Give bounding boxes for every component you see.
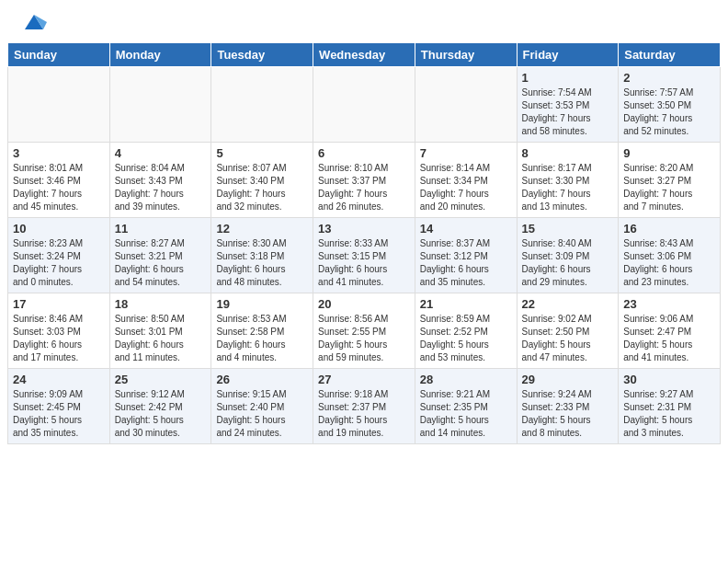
calendar-body: 1Sunrise: 7:54 AM Sunset: 3:53 PM Daylig…	[8, 67, 721, 444]
calendar-cell	[8, 67, 110, 143]
day-info: Sunrise: 7:57 AM Sunset: 3:50 PM Dayligh…	[623, 86, 715, 138]
week-row-5: 24Sunrise: 9:09 AM Sunset: 2:45 PM Dayli…	[8, 369, 721, 444]
day-info: Sunrise: 8:17 AM Sunset: 3:30 PM Dayligh…	[522, 162, 614, 213]
day-info: Sunrise: 9:15 AM Sunset: 2:40 PM Dayligh…	[216, 388, 308, 440]
day-info: Sunrise: 8:20 AM Sunset: 3:27 PM Dayligh…	[623, 162, 715, 213]
day-info: Sunrise: 7:54 AM Sunset: 3:53 PM Dayligh…	[522, 86, 614, 138]
calendar-cell: 21Sunrise: 8:59 AM Sunset: 2:52 PM Dayli…	[415, 293, 517, 369]
calendar-cell: 12Sunrise: 8:30 AM Sunset: 3:18 PM Dayli…	[211, 218, 313, 293]
logo	[18, 15, 47, 35]
calendar-cell: 3Sunrise: 8:01 AM Sunset: 3:46 PM Daylig…	[8, 143, 110, 218]
calendar-cell: 15Sunrise: 8:40 AM Sunset: 3:09 PM Dayli…	[517, 218, 619, 293]
day-info: Sunrise: 8:10 AM Sunset: 3:37 PM Dayligh…	[318, 162, 410, 213]
calendar-cell: 25Sunrise: 9:12 AM Sunset: 2:42 PM Dayli…	[109, 369, 211, 444]
day-info: Sunrise: 8:53 AM Sunset: 2:58 PM Dayligh…	[216, 313, 308, 364]
day-number: 3	[13, 146, 105, 160]
col-header-saturday: Saturday	[619, 43, 721, 67]
day-info: Sunrise: 9:24 AM Sunset: 2:33 PM Dayligh…	[522, 388, 614, 440]
calendar-cell: 24Sunrise: 9:09 AM Sunset: 2:45 PM Dayli…	[8, 369, 110, 444]
calendar-cell: 17Sunrise: 8:46 AM Sunset: 3:03 PM Dayli…	[8, 293, 110, 369]
day-info: Sunrise: 8:30 AM Sunset: 3:18 PM Dayligh…	[216, 237, 308, 289]
week-row-4: 17Sunrise: 8:46 AM Sunset: 3:03 PM Dayli…	[8, 293, 721, 369]
calendar-cell: 16Sunrise: 8:43 AM Sunset: 3:06 PM Dayli…	[619, 218, 721, 293]
day-number: 28	[420, 373, 512, 386]
day-number: 1	[522, 71, 614, 85]
day-info: Sunrise: 8:46 AM Sunset: 3:03 PM Dayligh…	[13, 313, 105, 364]
day-number: 15	[522, 222, 614, 236]
col-header-friday: Friday	[517, 43, 619, 67]
calendar-cell	[415, 67, 517, 143]
day-info: Sunrise: 8:33 AM Sunset: 3:15 PM Dayligh…	[318, 237, 410, 289]
day-info: Sunrise: 8:04 AM Sunset: 3:43 PM Dayligh…	[115, 162, 207, 213]
day-number: 19	[216, 297, 308, 311]
day-number: 17	[13, 297, 105, 311]
day-number: 12	[216, 222, 308, 236]
calendar-cell: 11Sunrise: 8:27 AM Sunset: 3:21 PM Dayli…	[109, 218, 211, 293]
day-number: 20	[318, 297, 410, 311]
calendar-cell: 1Sunrise: 7:54 AM Sunset: 3:53 PM Daylig…	[517, 67, 619, 143]
day-number: 27	[318, 373, 410, 386]
day-number: 14	[420, 222, 512, 236]
day-info: Sunrise: 9:27 AM Sunset: 2:31 PM Dayligh…	[623, 388, 715, 440]
calendar-cell	[109, 67, 211, 143]
col-header-wednesday: Wednesday	[313, 43, 415, 67]
calendar-cell: 23Sunrise: 9:06 AM Sunset: 2:47 PM Dayli…	[619, 293, 721, 369]
day-info: Sunrise: 9:06 AM Sunset: 2:47 PM Dayligh…	[623, 313, 715, 364]
day-number: 25	[115, 373, 207, 386]
day-number: 6	[318, 146, 410, 160]
day-number: 5	[216, 146, 308, 160]
logo-icon	[21, 9, 47, 35]
day-info: Sunrise: 9:21 AM Sunset: 2:35 PM Dayligh…	[420, 388, 512, 440]
day-number: 2	[623, 71, 715, 85]
day-number: 26	[216, 373, 308, 386]
calendar-cell: 9Sunrise: 8:20 AM Sunset: 3:27 PM Daylig…	[619, 143, 721, 218]
week-row-3: 10Sunrise: 8:23 AM Sunset: 3:24 PM Dayli…	[8, 218, 721, 293]
day-number: 10	[13, 222, 105, 236]
col-header-thursday: Thursday	[415, 43, 517, 67]
col-header-sunday: Sunday	[8, 43, 110, 67]
calendar-cell: 30Sunrise: 9:27 AM Sunset: 2:31 PM Dayli…	[619, 369, 721, 444]
calendar-cell: 10Sunrise: 8:23 AM Sunset: 3:24 PM Dayli…	[8, 218, 110, 293]
day-info: Sunrise: 8:07 AM Sunset: 3:40 PM Dayligh…	[216, 162, 308, 213]
day-info: Sunrise: 8:14 AM Sunset: 3:34 PM Dayligh…	[420, 162, 512, 213]
calendar-cell: 5Sunrise: 8:07 AM Sunset: 3:40 PM Daylig…	[211, 143, 313, 218]
day-number: 21	[420, 297, 512, 311]
col-header-monday: Monday	[109, 43, 211, 67]
calendar-header: SundayMondayTuesdayWednesdayThursdayFrid…	[8, 43, 721, 67]
day-info: Sunrise: 8:43 AM Sunset: 3:06 PM Dayligh…	[623, 237, 715, 289]
calendar-cell: 19Sunrise: 8:53 AM Sunset: 2:58 PM Dayli…	[211, 293, 313, 369]
day-number: 29	[522, 373, 614, 386]
calendar-cell: 8Sunrise: 8:17 AM Sunset: 3:30 PM Daylig…	[517, 143, 619, 218]
day-info: Sunrise: 8:23 AM Sunset: 3:24 PM Dayligh…	[13, 237, 105, 289]
page-header	[0, 0, 728, 42]
day-info: Sunrise: 9:02 AM Sunset: 2:50 PM Dayligh…	[522, 313, 614, 364]
day-info: Sunrise: 8:40 AM Sunset: 3:09 PM Dayligh…	[522, 237, 614, 289]
day-number: 8	[522, 146, 614, 160]
day-number: 22	[522, 297, 614, 311]
day-info: Sunrise: 8:01 AM Sunset: 3:46 PM Dayligh…	[13, 162, 105, 213]
day-number: 13	[318, 222, 410, 236]
day-number: 24	[13, 373, 105, 386]
calendar-table: SundayMondayTuesdayWednesdayThursdayFrid…	[7, 42, 721, 444]
day-number: 7	[420, 146, 512, 160]
day-info: Sunrise: 9:09 AM Sunset: 2:45 PM Dayligh…	[13, 388, 105, 440]
day-number: 16	[623, 222, 715, 236]
col-header-tuesday: Tuesday	[211, 43, 313, 67]
day-number: 23	[623, 297, 715, 311]
calendar-cell: 18Sunrise: 8:50 AM Sunset: 3:01 PM Dayli…	[109, 293, 211, 369]
day-info: Sunrise: 8:56 AM Sunset: 2:55 PM Dayligh…	[318, 313, 410, 364]
day-number: 30	[623, 373, 715, 386]
calendar-cell: 27Sunrise: 9:18 AM Sunset: 2:37 PM Dayli…	[313, 369, 415, 444]
calendar-cell: 22Sunrise: 9:02 AM Sunset: 2:50 PM Dayli…	[517, 293, 619, 369]
week-row-2: 3Sunrise: 8:01 AM Sunset: 3:46 PM Daylig…	[8, 143, 721, 218]
day-info: Sunrise: 9:18 AM Sunset: 2:37 PM Dayligh…	[318, 388, 410, 440]
day-number: 9	[623, 146, 715, 160]
calendar-cell: 14Sunrise: 8:37 AM Sunset: 3:12 PM Dayli…	[415, 218, 517, 293]
week-row-1: 1Sunrise: 7:54 AM Sunset: 3:53 PM Daylig…	[8, 67, 721, 143]
calendar-cell: 20Sunrise: 8:56 AM Sunset: 2:55 PM Dayli…	[313, 293, 415, 369]
calendar-cell: 7Sunrise: 8:14 AM Sunset: 3:34 PM Daylig…	[415, 143, 517, 218]
day-number: 18	[115, 297, 207, 311]
calendar-cell	[211, 67, 313, 143]
day-info: Sunrise: 8:59 AM Sunset: 2:52 PM Dayligh…	[420, 313, 512, 364]
calendar-cell: 4Sunrise: 8:04 AM Sunset: 3:43 PM Daylig…	[109, 143, 211, 218]
